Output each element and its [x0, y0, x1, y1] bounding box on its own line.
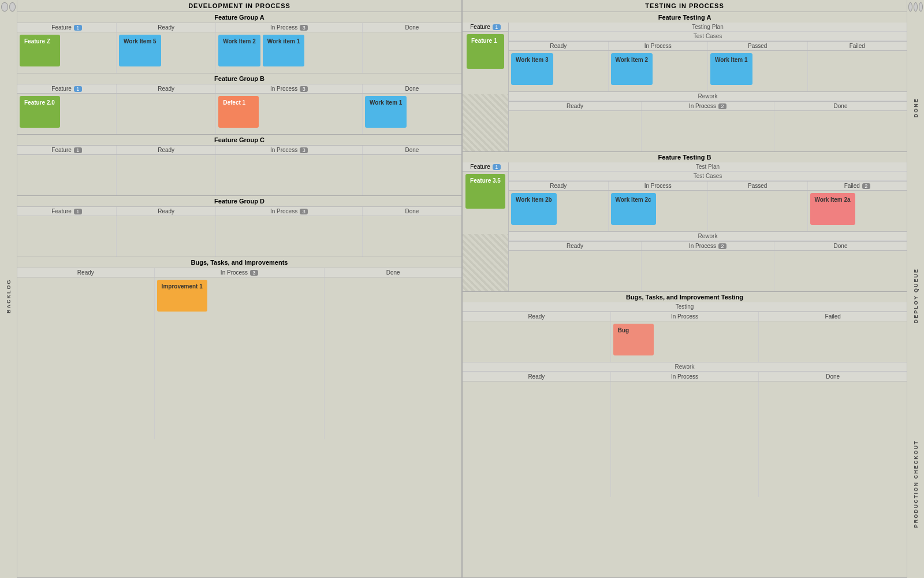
tcol-inprocess-b: In Process	[609, 181, 709, 190]
feature-col-b: Feature 1 Feature 3.5	[463, 162, 509, 291]
brcell-ready	[463, 381, 611, 497]
lane-bugs-dev: Bugs, Tasks, and Improvements Ready In P…	[17, 257, 461, 578]
bugs-rework: Rework Ready In Process Done	[463, 362, 907, 497]
col-header-ready-c: Ready	[117, 146, 216, 154]
right-circle-2[interactable]	[914, 2, 918, 12]
card-feature-1[interactable]: Feature 1	[467, 34, 504, 69]
col-header-ready-d: Ready	[117, 207, 216, 216]
cell-ready-d	[117, 216, 216, 257]
card-work-item-2c[interactable]: Work Item 2c	[611, 193, 656, 225]
tcol-failed-a: Failed	[808, 42, 907, 50]
feature-col-b-content: Feature 3.5	[463, 172, 508, 234]
cell-feature-c	[17, 155, 117, 195]
tcell-inprocess-b: Work Item 2c	[609, 191, 709, 231]
lane-a-content: Feature Z Work Item 5 Work Item 2 Work i…	[17, 32, 461, 73]
cell-inprocess-a: Work Item 2 Work item 1	[216, 32, 363, 73]
lane-bugs-content: Improvement 1	[17, 277, 461, 439]
tcol-passed-b: Passed	[708, 181, 808, 190]
btcol-ready: Ready	[463, 312, 611, 321]
lane-b-headers: Feature 1 Ready In Process 3 Done	[17, 84, 461, 94]
card-defect-1[interactable]: Defect 1	[218, 96, 259, 128]
dev-board: DEVELOPMENT IN PROCESS Feature Group A F…	[17, 0, 463, 578]
test-board-title: TESTING IN PROCESS	[463, 0, 907, 12]
lane-c-headers: Feature 1 Ready In Process 3 Done	[17, 145, 461, 155]
col-header-inprocess-d: In Process 3	[216, 207, 363, 216]
rework-b-title: Rework	[509, 232, 907, 241]
lane-a-headers: Feature 1 Ready In Process 3 Done	[17, 23, 461, 32]
feature-testing-b-title: Feature Testing B	[463, 152, 907, 162]
brcol-inprocess: In Process	[611, 372, 759, 381]
rework-a: Rework Ready In Process 2 Done	[509, 91, 907, 151]
card-work-item-1-a[interactable]: Work item 1	[263, 35, 305, 66]
col-header-ready-bugs: Ready	[17, 268, 155, 277]
cell-ready-a: Work Item 5	[117, 32, 216, 73]
bugs-rework-title: Rework	[463, 362, 907, 372]
card-work-item-2-test-a[interactable]: Work Item 2	[611, 53, 653, 85]
cell-feature-b: Feature 2.0	[17, 94, 117, 134]
dev-board-title: DEVELOPMENT IN PROCESS	[17, 0, 461, 12]
btcol-inprocess: In Process	[611, 312, 759, 321]
card-improvement-1[interactable]: Improvement 1	[157, 280, 207, 312]
cell-inprocess-c	[216, 155, 363, 195]
card-work-item-1-test-a[interactable]: Work Item 1	[710, 53, 752, 85]
feature-col-a-header: Feature 1	[463, 23, 508, 32]
test-cases-a: Test Cases	[509, 32, 907, 41]
test-right-a: Testing Plan Test Cases Ready In Process…	[509, 23, 907, 151]
col-header-feature-a: Feature 1	[17, 23, 117, 32]
feature-testing-b-body: Feature 1 Feature 3.5 Test Plan Test Cas…	[463, 162, 907, 291]
feature-group-a-title: Feature Group A	[17, 12, 461, 23]
left-circle-2[interactable]	[9, 2, 16, 12]
test-cases-b: Test Cases	[509, 172, 907, 181]
lane-feature-group-b: Feature Group B Feature 1 Ready In Proce…	[17, 73, 461, 135]
rework-a-content	[509, 111, 907, 151]
left-circle-1[interactable]	[1, 2, 8, 12]
rework-b: Rework Ready In Process 2 Done	[509, 231, 907, 291]
col-header-inprocess-a: In Process 3	[216, 23, 363, 32]
card-work-item-3[interactable]: Work Item 3	[511, 53, 553, 85]
bugs-rework-headers: Ready In Process Done	[463, 372, 907, 381]
cell-done-bugs	[325, 277, 461, 439]
col-header-inprocess-bugs: In Process 3	[155, 268, 325, 277]
test-cases-b-headers: Ready In Process Passed Failed 2	[509, 181, 907, 191]
cell-ready-c	[117, 155, 216, 195]
test-cases-a-headers: Ready In Process Passed Failed	[509, 41, 907, 51]
col-header-done-d: Done	[363, 207, 461, 216]
cell-done-a	[363, 32, 461, 73]
tcell-failed-b: Work Item 2a	[808, 191, 907, 231]
tcol-failed-b: Failed 2	[808, 181, 907, 190]
cell-ready-b	[117, 94, 216, 134]
tcell-passed-a: Work Item 1	[708, 51, 808, 91]
feature-col-a-content: Feature 1	[463, 32, 508, 94]
rcol-ready-a: Ready	[509, 102, 642, 110]
cell-inprocess-d	[216, 216, 363, 257]
hatch-a	[463, 94, 508, 152]
rework-a-title: Rework	[509, 92, 907, 101]
card-work-item-5[interactable]: Work Item 5	[119, 35, 161, 66]
col-header-inprocess-b: In Process 3	[216, 84, 363, 93]
tcol-passed-a: Passed	[708, 42, 808, 50]
cell-inprocess-b: Defect 1	[216, 94, 363, 134]
card-feature-z[interactable]: Feature Z	[20, 35, 60, 66]
card-work-item-2[interactable]: Work Item 2	[218, 35, 260, 66]
lane-feature-group-c: Feature Group C Feature 1 Ready In Proce…	[17, 135, 461, 196]
col-header-feature-d: Feature 1	[17, 207, 117, 216]
card-work-item-1-b[interactable]: Work Item 1	[365, 96, 407, 128]
rcell-done-a	[774, 111, 907, 151]
card-work-item-2a[interactable]: Work Item 2a	[810, 193, 855, 225]
right-circle-1[interactable]	[908, 2, 912, 12]
card-feature-3-5[interactable]: Feature 3.5	[465, 174, 505, 209]
rcell-inprocess-b	[642, 251, 774, 291]
rcol-done-a: Done	[774, 102, 907, 110]
hatch-b	[463, 234, 508, 292]
col-header-done-b: Done	[363, 84, 461, 93]
card-work-item-2b[interactable]: Work Item 2b	[511, 193, 557, 225]
right-circle-3[interactable]	[919, 2, 923, 12]
feature-testing-a-title: Feature Testing A	[463, 12, 907, 23]
cell-done-c	[363, 155, 461, 195]
col-header-feature-c: Feature 1	[17, 146, 117, 154]
brcol-done: Done	[759, 372, 907, 381]
card-bug[interactable]: Bug	[613, 324, 654, 355]
col-header-ready-b: Ready	[117, 84, 216, 93]
bugs-test-headers: Ready In Process Failed	[463, 312, 907, 321]
card-feature-2-0[interactable]: Feature 2.0	[20, 96, 60, 128]
